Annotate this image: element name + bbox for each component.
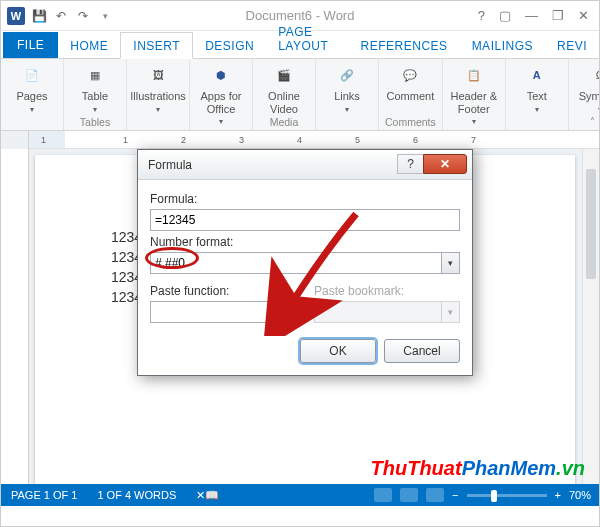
horizontal-ruler[interactable]: 1 1 2 3 4 5 6 7 bbox=[1, 131, 599, 149]
ruler-corner bbox=[1, 131, 29, 149]
video-label: Online Video bbox=[268, 90, 300, 115]
paste-bookmark-input bbox=[314, 301, 442, 323]
ruler-tick: 4 bbox=[297, 135, 302, 145]
illustrations-button[interactable]: 🖼Illustrations bbox=[133, 62, 183, 114]
zoom-in-icon[interactable]: + bbox=[555, 489, 561, 501]
illustrations-label: Illustrations bbox=[130, 90, 186, 103]
header-footer-button[interactable]: 📋Header & Footer bbox=[449, 62, 499, 126]
ruler-tick: 7 bbox=[471, 135, 476, 145]
watermark: ThuThuatPhanMem.vn bbox=[371, 457, 585, 480]
symbols-label: Symbols bbox=[579, 90, 600, 103]
ruler-tick: 1 bbox=[123, 135, 128, 145]
comment-label: Comment bbox=[387, 90, 435, 103]
quick-access-toolbar: W 💾 ↶ ↷ ▾ bbox=[1, 7, 113, 25]
vertical-ruler[interactable] bbox=[1, 149, 29, 484]
tab-home[interactable]: HOME bbox=[58, 33, 120, 58]
formula-label: Formula: bbox=[150, 192, 460, 206]
dialog-title: Formula bbox=[148, 158, 192, 172]
save-icon[interactable]: 💾 bbox=[31, 8, 47, 24]
numfmt-label: Number format: bbox=[150, 235, 460, 249]
formula-dialog: Formula ? ✕ Formula: Number format: ▾ Pa… bbox=[137, 149, 473, 376]
text-label: Text bbox=[527, 90, 547, 103]
pages-button[interactable]: 📄Pages bbox=[7, 62, 57, 114]
word-icon: W bbox=[7, 7, 25, 25]
table-button[interactable]: ▦Table bbox=[70, 62, 120, 114]
zoom-level[interactable]: 70% bbox=[569, 489, 591, 501]
online-video-button[interactable]: 🎬Online Video bbox=[259, 62, 309, 115]
ribbon-display-icon[interactable]: ▢ bbox=[499, 8, 511, 23]
undo-icon[interactable]: ↶ bbox=[53, 8, 69, 24]
symbols-button[interactable]: ΩSymbols bbox=[575, 62, 600, 114]
vertical-scrollbar[interactable] bbox=[582, 149, 599, 484]
zoom-slider[interactable] bbox=[467, 494, 547, 497]
group-tables: Tables bbox=[80, 116, 110, 129]
cancel-button[interactable]: Cancel bbox=[384, 339, 460, 363]
apps-label: Apps for Office bbox=[201, 90, 242, 115]
links-label: Links bbox=[334, 90, 360, 103]
tab-page-layout[interactable]: PAGE LAYOUT bbox=[266, 19, 348, 58]
pastefn-label: Paste function: bbox=[150, 284, 296, 298]
group-comments: Comments bbox=[385, 116, 436, 129]
ok-button[interactable]: OK bbox=[300, 339, 376, 363]
view-web-icon[interactable] bbox=[426, 488, 444, 502]
ruler-tick: 2 bbox=[181, 135, 186, 145]
help-icon[interactable]: ? bbox=[478, 8, 485, 23]
apps-button[interactable]: ⬢Apps for Office bbox=[196, 62, 246, 126]
status-bar: PAGE 1 OF 1 1 OF 4 WORDS ✕📖 − + 70% bbox=[1, 484, 599, 506]
status-page[interactable]: PAGE 1 OF 1 bbox=[1, 489, 87, 501]
paste-function-input[interactable] bbox=[150, 301, 278, 323]
tab-references[interactable]: REFERENCES bbox=[349, 33, 460, 58]
zoom-out-icon[interactable]: − bbox=[452, 489, 458, 501]
status-proofing-icon[interactable]: ✕📖 bbox=[186, 489, 229, 502]
formula-input[interactable] bbox=[150, 209, 460, 231]
minimize-icon[interactable]: — bbox=[525, 8, 538, 23]
ruler-tick: 1 bbox=[41, 135, 46, 145]
ruler-tick: 3 bbox=[239, 135, 244, 145]
ruler-tick: 6 bbox=[413, 135, 418, 145]
ribbon-collapse-icon[interactable]: ˄ bbox=[590, 116, 595, 127]
tab-file[interactable]: FILE bbox=[3, 32, 58, 58]
ribbon: 📄Pages ▦Table Tables 🖼Illustrations ⬢App… bbox=[1, 59, 599, 131]
qat-custom-icon[interactable]: ▾ bbox=[97, 8, 113, 24]
text-button[interactable]: AText bbox=[512, 62, 562, 114]
table-label: Table bbox=[82, 90, 108, 103]
hf-label: Header & Footer bbox=[451, 90, 497, 115]
restore-icon[interactable]: ❐ bbox=[552, 8, 564, 23]
tab-review[interactable]: REVI bbox=[545, 33, 599, 58]
scroll-thumb[interactable] bbox=[586, 169, 596, 279]
paste-bookmark-dropdown: ▾ bbox=[442, 301, 460, 323]
crop-padding bbox=[1, 506, 599, 526]
pages-label: Pages bbox=[16, 90, 47, 103]
comment-button[interactable]: 💬Comment bbox=[385, 62, 435, 103]
view-print-icon[interactable] bbox=[400, 488, 418, 502]
tab-mailings[interactable]: MAILINGS bbox=[460, 33, 545, 58]
dialog-close-button[interactable]: ✕ bbox=[423, 154, 467, 174]
number-format-input[interactable] bbox=[150, 252, 442, 274]
redo-icon[interactable]: ↷ bbox=[75, 8, 91, 24]
pastebm-label: Paste bookmark: bbox=[314, 284, 460, 298]
close-icon[interactable]: ✕ bbox=[578, 8, 589, 23]
group-media: Media bbox=[270, 116, 299, 129]
paste-function-dropdown[interactable]: ▾ bbox=[278, 301, 296, 323]
view-read-icon[interactable] bbox=[374, 488, 392, 502]
links-button[interactable]: 🔗Links bbox=[322, 62, 372, 114]
window-controls: ? ▢ — ❐ ✕ bbox=[478, 8, 599, 23]
dialog-help-button[interactable]: ? bbox=[397, 154, 423, 174]
tab-design[interactable]: DESIGN bbox=[193, 33, 266, 58]
ruler-tick: 5 bbox=[355, 135, 360, 145]
ribbon-tabs: FILE HOME INSERT DESIGN PAGE LAYOUT REFE… bbox=[1, 31, 599, 59]
number-format-dropdown[interactable]: ▾ bbox=[442, 252, 460, 274]
dialog-title-bar[interactable]: Formula ? ✕ bbox=[138, 150, 472, 180]
tab-insert[interactable]: INSERT bbox=[120, 32, 193, 59]
status-words[interactable]: 1 OF 4 WORDS bbox=[87, 489, 186, 501]
